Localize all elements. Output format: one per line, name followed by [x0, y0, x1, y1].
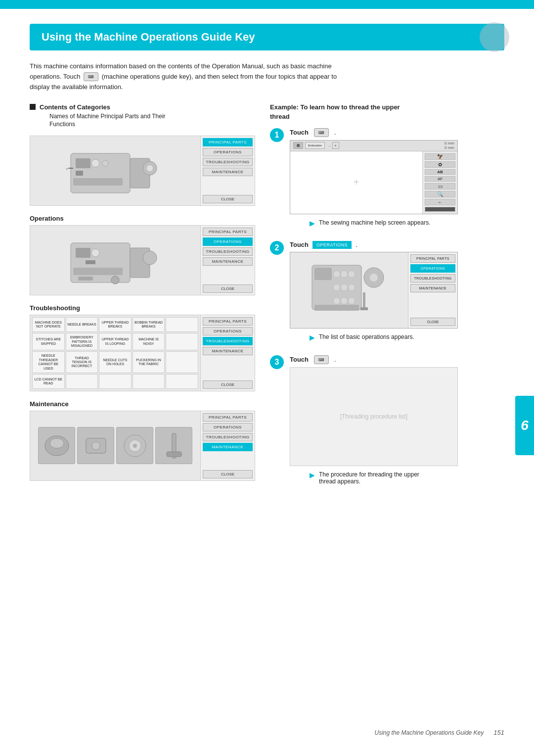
menu-principal-parts-1: PRINCIPAL PARTS [203, 138, 253, 146]
ops-btn-principal: PRINCIPAL PARTS [410, 254, 455, 263]
ts-cell-5: STITCHES ARE SKIPPED [32, 333, 65, 350]
title-deco [480, 22, 509, 52]
diagram-menu-2: PRINCIPAL PARTS OPERATIONS TROUBLESHOOTI… [200, 226, 255, 295]
right-column: Example: To learn how to thread the uppe… [270, 103, 504, 498]
menu-principal-parts-2: PRINCIPAL PARTS [203, 228, 253, 236]
sidebar-btn-ab: AB [425, 169, 455, 175]
step-2-touch: Touch OPERATIONS . [290, 241, 504, 249]
ops-btn-operations: OPERATIONS [410, 264, 455, 273]
menu-operations-3: OPERATIONS [203, 423, 253, 431]
step-3-touch: Touch ⌨ . [290, 355, 504, 364]
page-footer: Using the Machine Operations Guide Key 1… [0, 729, 534, 736]
ts-cell-13: LCD CANNOT BE READ [32, 374, 65, 389]
diagram-menu-1: PRINCIPAL PARTS OPERATIONS TROUBLESHOOTI… [200, 136, 255, 205]
svg-rect-19 [78, 277, 93, 281]
step-1-note: ▶ The sewing machine help screen appears… [310, 219, 504, 227]
left-column: Contents of Categories Names of Machine … [30, 103, 255, 498]
step-3-content: Touch ⌨ . [Threading procedure list] ▶ T… [290, 355, 504, 492]
screen-main-area-1: + [290, 151, 423, 214]
troubleshooting-label: Troubleshooting [30, 304, 255, 312]
ts-menu: PRINCIPAL PARTS OPERATIONS TROUBLESHOOTI… [200, 315, 255, 391]
svg-point-37 [348, 284, 355, 291]
step-1-key-icon: ⌨ [314, 128, 329, 137]
diagram-operations: PRINCIPAL PARTS OPERATIONS TROUBLESHOOTI… [30, 225, 255, 295]
diagram-menu-3: PRINCIPAL PARTS OPERATIONS TROUBLESHOOTI… [200, 411, 255, 480]
svg-rect-43 [363, 292, 365, 307]
step-1-touch: Touch ⌨ . [290, 128, 504, 137]
svg-point-16 [143, 251, 157, 265]
screen-body-1: + 🦅 ✿ AB AF ▭ 🔍 ← [290, 151, 457, 214]
ts-cell-empty-6 [133, 374, 165, 389]
operations-button[interactable]: OPERATIONS [312, 241, 352, 249]
svg-text:+: + [66, 167, 68, 171]
sidebar-btn-blk [425, 207, 455, 212]
ops-sidebar: PRINCIPAL PARTS OPERATIONS TROUBLESHOOTI… [408, 252, 457, 328]
svg-point-4 [102, 160, 108, 166]
maint-img-1 [38, 427, 75, 464]
machine-image-2 [30, 226, 200, 295]
ts-cell-empty-5 [99, 374, 132, 389]
step-1-circle: 1 [270, 128, 284, 142]
svg-point-32 [333, 271, 340, 278]
svg-point-34 [348, 271, 355, 278]
machine-svg-2 [66, 233, 165, 287]
step-1-content: Touch ⌨ . ▦ Embroidm - + 0 mm0 mm [290, 128, 504, 234]
menu-troubleshooting-1: TROUBLESHOOTING [203, 158, 253, 166]
svg-point-36 [341, 284, 348, 291]
diagram-maintenance: PRINCIPAL PARTS OPERATIONS TROUBLESHOOTI… [30, 411, 255, 481]
maintenance-label: Maintenance [30, 400, 255, 408]
screen-mockup-1: ▦ Embroidm - + 0 mm0 mm + 🦅 [290, 140, 458, 214]
svg-rect-28 [167, 452, 181, 457]
ts-grid-area: MACHINE DOES NOT OPERATE NEEDLE BREAKS U… [30, 315, 200, 391]
ts-cell-7: UPPER THREAD IS LOOPING [99, 333, 132, 350]
ts-menu-principal: PRINCIPAL PARTS [203, 317, 253, 326]
close-btn-2: CLOSE [203, 284, 253, 293]
machine-image-3 [30, 411, 200, 480]
contents-heading: Contents of Categories [40, 103, 166, 112]
top-bar [0, 0, 534, 9]
svg-point-39 [341, 297, 348, 304]
screen-mm: 0 mm0 mm [445, 141, 454, 150]
ops-machine-svg [310, 260, 389, 320]
svg-point-40 [348, 297, 355, 304]
menu-maintenance-1: MAINTENANCE [203, 168, 253, 176]
ops-btn-ts: TROUBLESHOOTING [410, 274, 455, 283]
screen-top-bar-1: ▦ Embroidm - + 0 mm0 mm [290, 141, 457, 151]
svg-point-8 [147, 165, 153, 171]
section-bullet-contents: Contents of Categories Names of Machine … [30, 103, 255, 133]
chapter-tab: 6 [515, 396, 534, 455]
svg-rect-13 [76, 248, 90, 258]
step-3-placeholder: [Threading procedure list] [340, 413, 407, 420]
screen-icon-a: ▦ [293, 142, 303, 149]
svg-point-14 [91, 249, 99, 257]
step-3: 3 Touch ⌨ . [Threading procedure list] ▶… [270, 355, 504, 492]
sidebar-btn-arrow: ← [425, 199, 455, 205]
svg-rect-15 [73, 268, 123, 275]
guide-key-icon: ⌨ [84, 72, 98, 81]
sidebar-btn-1a: 🦅 [425, 153, 455, 160]
svg-point-26 [133, 444, 137, 448]
ts-cell-9: NEEDLE THREADER CANNOT BE USED [32, 351, 65, 373]
step-3-screen: [Threading procedure list] [290, 367, 458, 466]
sidebar-btn-1b: ✿ [425, 161, 455, 168]
svg-point-35 [333, 284, 340, 291]
step-1-arrow: ▶ [310, 219, 315, 227]
ops-btn-maint: MAINTENANCE [410, 284, 455, 292]
ts-cell-12: PUCKERING IN THE FABRIC [133, 351, 165, 373]
menu-maintenance-3: MAINTENANCE [203, 443, 253, 451]
contents-subheading: Names of Machine Principal Parts and The… [49, 112, 166, 129]
maint-img-2 [77, 427, 114, 464]
step-2-content: Touch OPERATIONS . [290, 241, 504, 348]
maint-img-3 [116, 427, 153, 464]
svg-point-31 [370, 274, 378, 282]
screen-sidebar-1: 🦅 ✿ AB AF ▭ 🔍 ← [423, 151, 457, 214]
screen-plus-btn: + [332, 142, 339, 149]
step-2-note: ▶ The list of basic operations appears. [310, 333, 504, 341]
step-3-circle: 3 [270, 355, 284, 369]
ts-cell-empty-4 [66, 374, 98, 389]
sidebar-btn-frame: ▭ [425, 183, 455, 189]
svg-rect-5 [73, 178, 123, 186]
ts-close-btn: CLOSE [203, 380, 253, 389]
sidebar-btn-mag: 🔍 [425, 191, 455, 197]
close-btn-3: CLOSE [203, 470, 253, 478]
